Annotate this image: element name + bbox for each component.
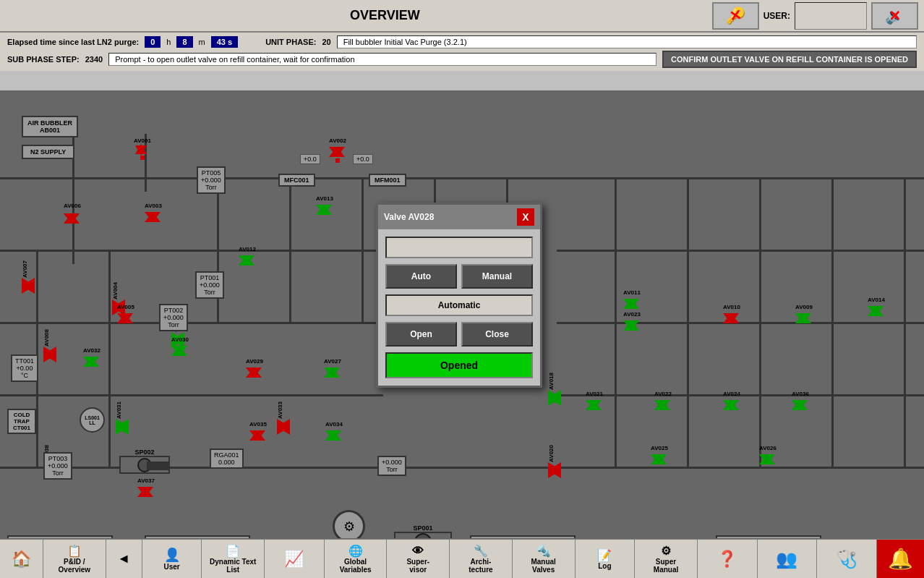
phase-description: Fill bubbler Initial Vac Purge (3.2.1) <box>337 35 917 48</box>
nav-supervisor-button[interactable]: 👁 Super-visor <box>387 540 450 578</box>
bottom-nav: 🏠 📋 P&ID /Overview ◄ 👤 User 📄 Dynamic Te… <box>0 538 924 578</box>
sub-phase-label: SUB PHASE STEP: <box>7 55 80 64</box>
modal-valve-status: Opened <box>385 352 533 378</box>
unit-phase-label: UNIT PHASE: <box>265 38 316 46</box>
nav-super-manual-button[interactable]: ⚙ SuperManual <box>635 540 698 578</box>
nav-users-button[interactable]: 👥 <box>758 540 818 578</box>
unit-phase-val: 20 <box>322 38 330 46</box>
speaker-icon: 🔈 ✕ <box>871 2 918 30</box>
time-h: 0 <box>145 36 161 48</box>
time-m: 8 <box>176 36 192 48</box>
page-title: OVERVIEW <box>58 8 712 23</box>
modal-close-button[interactable]: X <box>517 208 534 226</box>
open-button[interactable]: Open <box>385 322 457 347</box>
valve-dialog[interactable]: Valve AV028 X Auto Manual Automatic Open… <box>376 203 542 388</box>
nav-dynamic-text-button[interactable]: 📄 Dynamic Text List <box>202 540 265 578</box>
nav-home-button[interactable]: 🏠 <box>0 540 43 578</box>
nav-log-button[interactable]: 📝 Log <box>576 540 636 578</box>
modal-mode-row: Auto Manual <box>385 264 533 289</box>
manual-button[interactable]: Manual <box>461 264 533 289</box>
close-button[interactable]: Close <box>461 322 533 347</box>
time-s: 43 s <box>211 36 238 48</box>
auto-button[interactable]: Auto <box>385 264 457 289</box>
elapsed-label: Elapsed time since last LN2 purge: <box>7 38 139 46</box>
modal-title: Valve AV028 <box>384 212 434 222</box>
nav-help-button[interactable]: ❓ <box>698 540 758 578</box>
modal-title-bar: Valve AV028 X <box>378 205 540 229</box>
top-bar: OVERVIEW 🔑 ✕ USER: 🔈 ✕ <box>0 0 924 33</box>
nav-architecture-button[interactable]: 🔧 Archi-tecture <box>450 540 513 578</box>
status-area: Elapsed time since last LN2 purge: 0 h 8… <box>0 33 924 71</box>
key-icon: 🔑 ✕ <box>712 2 759 30</box>
schematic-area: AIR BUBBLERAB001 N2 SUPPLY AV001 AV002 A… <box>0 90 924 539</box>
nav-global-vars-button[interactable]: 🌐 GlobalVariables <box>325 540 388 578</box>
nav-alarm-button[interactable]: 🔔 <box>877 540 924 578</box>
confirm-msg: CONFIRM OUTLET VALVE ON REFILL CONTAINER… <box>662 51 917 68</box>
h-unit: h <box>166 38 171 46</box>
nav-user-button[interactable]: 👤 User <box>142 540 202 578</box>
modal-body: Auto Manual Automatic Open Close Opened <box>378 229 540 386</box>
nav-manual-valves-button[interactable]: 🔩 ManualValves <box>513 540 576 578</box>
user-display <box>795 2 867 30</box>
nav-dynamic-text-label: Dynamic Text List <box>203 558 262 574</box>
modal-mode-display: Automatic <box>385 294 533 316</box>
nav-back-button[interactable]: ◄ <box>106 540 142 578</box>
modal-status-indicator <box>385 237 533 258</box>
m-unit: m <box>199 38 205 46</box>
prompt-text: Prompt - to open outlet valve on refill … <box>108 53 656 66</box>
nav-speaker-button[interactable]: 🩺 <box>817 540 877 578</box>
sub-phase-val: 2340 <box>85 55 103 64</box>
modal-action-row: Open Close <box>385 322 533 347</box>
user-label: USER: <box>763 11 790 21</box>
nav-pid-button[interactable]: 📋 P&ID /Overview <box>43 540 106 578</box>
nav-trend-button[interactable]: 📈 <box>265 540 325 578</box>
